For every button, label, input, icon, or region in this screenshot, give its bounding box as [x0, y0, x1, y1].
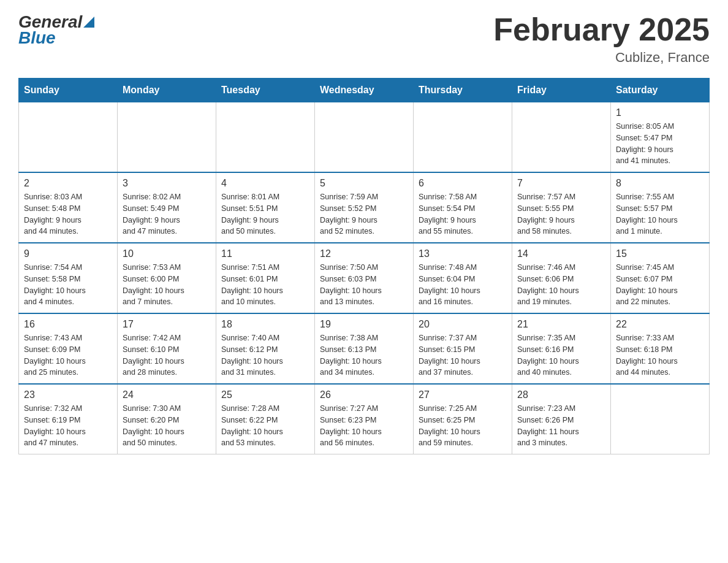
calendar-cell: 11Sunrise: 7:51 AM Sunset: 6:01 PM Dayli… [216, 243, 315, 313]
day-number: 4 [221, 178, 309, 189]
day-info: Sunrise: 7:54 AM Sunset: 5:58 PM Dayligh… [24, 262, 112, 308]
calendar-cell: 9Sunrise: 7:54 AM Sunset: 5:58 PM Daylig… [19, 243, 118, 313]
day-number: 16 [24, 319, 112, 330]
logo-blue-text: Blue [18, 28, 94, 48]
day-number: 20 [419, 319, 507, 330]
day-number: 23 [24, 389, 112, 400]
calendar-week-2: 2Sunrise: 8:03 AM Sunset: 5:48 PM Daylig… [19, 172, 710, 243]
day-info: Sunrise: 7:40 AM Sunset: 6:12 PM Dayligh… [221, 332, 309, 378]
day-info: Sunrise: 7:48 AM Sunset: 6:04 PM Dayligh… [419, 262, 507, 308]
calendar-cell: 7Sunrise: 7:57 AM Sunset: 5:55 PM Daylig… [512, 172, 611, 243]
day-header-wednesday: Wednesday [315, 79, 414, 102]
calendar-cell: 22Sunrise: 7:33 AM Sunset: 6:18 PM Dayli… [611, 313, 710, 384]
calendar-cell: 3Sunrise: 8:02 AM Sunset: 5:49 PM Daylig… [118, 172, 216, 243]
calendar-cell [216, 102, 315, 173]
title-block: February 2025 Cublize, France [493, 12, 710, 66]
day-number: 13 [419, 248, 507, 259]
day-info: Sunrise: 7:51 AM Sunset: 6:01 PM Dayligh… [221, 262, 309, 308]
day-info: Sunrise: 7:27 AM Sunset: 6:23 PM Dayligh… [320, 403, 408, 449]
day-number: 2 [24, 178, 112, 189]
calendar-cell: 1Sunrise: 8:05 AM Sunset: 5:47 PM Daylig… [611, 102, 710, 173]
day-number: 12 [320, 248, 408, 259]
day-number: 5 [320, 178, 408, 189]
calendar-cell [414, 102, 512, 173]
calendar-cell: 14Sunrise: 7:46 AM Sunset: 6:06 PM Dayli… [512, 243, 611, 313]
calendar-cell [611, 384, 710, 454]
day-info: Sunrise: 7:53 AM Sunset: 6:00 PM Dayligh… [123, 262, 211, 308]
day-number: 3 [123, 178, 211, 189]
calendar-subtitle: Cublize, France [493, 50, 710, 66]
calendar-cell [512, 102, 611, 173]
day-info: Sunrise: 8:03 AM Sunset: 5:48 PM Dayligh… [24, 191, 112, 237]
day-header-tuesday: Tuesday [216, 79, 315, 102]
calendar-cell: 28Sunrise: 7:23 AM Sunset: 6:26 PM Dayli… [512, 384, 611, 454]
day-info: Sunrise: 7:57 AM Sunset: 5:55 PM Dayligh… [517, 191, 605, 237]
logo: General Blue [18, 12, 94, 48]
day-number: 7 [517, 178, 605, 189]
day-number: 17 [123, 319, 211, 330]
calendar-cell: 8Sunrise: 7:55 AM Sunset: 5:57 PM Daylig… [611, 172, 710, 243]
day-number: 27 [419, 389, 507, 400]
logo-triangle-icon [83, 17, 94, 28]
day-info: Sunrise: 7:46 AM Sunset: 6:06 PM Dayligh… [517, 262, 605, 308]
calendar-cell: 24Sunrise: 7:30 AM Sunset: 6:20 PM Dayli… [118, 384, 216, 454]
calendar-cell: 21Sunrise: 7:35 AM Sunset: 6:16 PM Dayli… [512, 313, 611, 384]
calendar-week-1: 1Sunrise: 8:05 AM Sunset: 5:47 PM Daylig… [19, 102, 710, 173]
calendar-cell [315, 102, 414, 173]
day-info: Sunrise: 8:01 AM Sunset: 5:51 PM Dayligh… [221, 191, 309, 237]
day-info: Sunrise: 7:42 AM Sunset: 6:10 PM Dayligh… [123, 332, 211, 378]
day-info: Sunrise: 7:55 AM Sunset: 5:57 PM Dayligh… [616, 191, 704, 237]
calendar-cell [118, 102, 216, 173]
calendar-header-row: SundayMondayTuesdayWednesdayThursdayFrid… [19, 79, 710, 102]
calendar-cell: 25Sunrise: 7:28 AM Sunset: 6:22 PM Dayli… [216, 384, 315, 454]
calendar-title: February 2025 [493, 12, 710, 47]
day-info: Sunrise: 7:37 AM Sunset: 6:15 PM Dayligh… [419, 332, 507, 378]
calendar-cell: 15Sunrise: 7:45 AM Sunset: 6:07 PM Dayli… [611, 243, 710, 313]
calendar-cell: 18Sunrise: 7:40 AM Sunset: 6:12 PM Dayli… [216, 313, 315, 384]
day-header-monday: Monday [118, 79, 216, 102]
calendar-cell: 2Sunrise: 8:03 AM Sunset: 5:48 PM Daylig… [19, 172, 118, 243]
calendar-cell: 6Sunrise: 7:58 AM Sunset: 5:54 PM Daylig… [414, 172, 512, 243]
day-info: Sunrise: 7:50 AM Sunset: 6:03 PM Dayligh… [320, 262, 408, 308]
day-info: Sunrise: 7:58 AM Sunset: 5:54 PM Dayligh… [419, 191, 507, 237]
day-number: 25 [221, 389, 309, 400]
calendar-table: SundayMondayTuesdayWednesdayThursdayFrid… [18, 78, 710, 454]
day-number: 1 [616, 107, 704, 118]
calendar-cell: 13Sunrise: 7:48 AM Sunset: 6:04 PM Dayli… [414, 243, 512, 313]
day-info: Sunrise: 7:33 AM Sunset: 6:18 PM Dayligh… [616, 332, 704, 378]
calendar-cell: 20Sunrise: 7:37 AM Sunset: 6:15 PM Dayli… [414, 313, 512, 384]
day-info: Sunrise: 7:35 AM Sunset: 6:16 PM Dayligh… [517, 332, 605, 378]
day-info: Sunrise: 7:59 AM Sunset: 5:52 PM Dayligh… [320, 191, 408, 237]
day-info: Sunrise: 7:38 AM Sunset: 6:13 PM Dayligh… [320, 332, 408, 378]
calendar-cell [19, 102, 118, 173]
day-number: 24 [123, 389, 211, 400]
calendar-cell: 10Sunrise: 7:53 AM Sunset: 6:00 PM Dayli… [118, 243, 216, 313]
calendar-cell: 17Sunrise: 7:42 AM Sunset: 6:10 PM Dayli… [118, 313, 216, 384]
calendar-cell: 4Sunrise: 8:01 AM Sunset: 5:51 PM Daylig… [216, 172, 315, 243]
day-number: 6 [419, 178, 507, 189]
day-header-sunday: Sunday [19, 79, 118, 102]
day-header-friday: Friday [512, 79, 611, 102]
calendar-cell: 23Sunrise: 7:32 AM Sunset: 6:19 PM Dayli… [19, 384, 118, 454]
calendar-cell: 26Sunrise: 7:27 AM Sunset: 6:23 PM Dayli… [315, 384, 414, 454]
day-number: 21 [517, 319, 605, 330]
day-number: 26 [320, 389, 408, 400]
calendar-cell: 5Sunrise: 7:59 AM Sunset: 5:52 PM Daylig… [315, 172, 414, 243]
day-info: Sunrise: 7:25 AM Sunset: 6:25 PM Dayligh… [419, 403, 507, 449]
day-number: 8 [616, 178, 704, 189]
calendar-cell: 19Sunrise: 7:38 AM Sunset: 6:13 PM Dayli… [315, 313, 414, 384]
calendar-week-5: 23Sunrise: 7:32 AM Sunset: 6:19 PM Dayli… [19, 384, 710, 454]
day-info: Sunrise: 8:02 AM Sunset: 5:49 PM Dayligh… [123, 191, 211, 237]
day-number: 10 [123, 248, 211, 259]
day-number: 9 [24, 248, 112, 259]
day-number: 18 [221, 319, 309, 330]
day-info: Sunrise: 7:43 AM Sunset: 6:09 PM Dayligh… [24, 332, 112, 378]
calendar-week-3: 9Sunrise: 7:54 AM Sunset: 5:58 PM Daylig… [19, 243, 710, 313]
day-info: Sunrise: 8:05 AM Sunset: 5:47 PM Dayligh… [616, 121, 704, 167]
day-header-saturday: Saturday [611, 79, 710, 102]
day-number: 15 [616, 248, 704, 259]
calendar-cell: 12Sunrise: 7:50 AM Sunset: 6:03 PM Dayli… [315, 243, 414, 313]
day-number: 14 [517, 248, 605, 259]
day-info: Sunrise: 7:30 AM Sunset: 6:20 PM Dayligh… [123, 403, 211, 449]
calendar-cell: 27Sunrise: 7:25 AM Sunset: 6:25 PM Dayli… [414, 384, 512, 454]
